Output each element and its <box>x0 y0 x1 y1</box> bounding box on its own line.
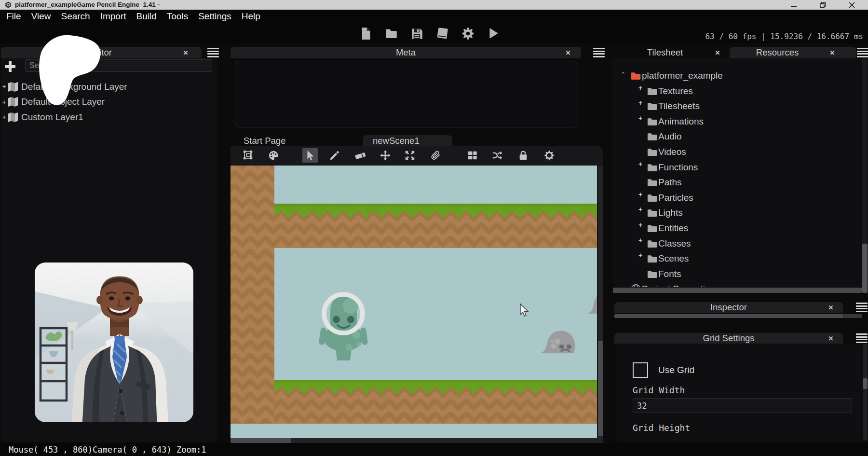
minimize-button[interactable] <box>787 1 800 9</box>
close-button[interactable] <box>845 1 858 9</box>
tool-transform[interactable] <box>402 148 418 163</box>
resources-vertical-scrollbar[interactable] <box>862 58 868 293</box>
tree-row-platformer-example[interactable]: -platformer_example <box>612 68 862 83</box>
grid-settings-vertical-scrollbar-thumb[interactable] <box>863 378 868 389</box>
tool-gear[interactable] <box>542 148 557 163</box>
menu-tools[interactable]: Tools <box>167 10 188 23</box>
tab-tilesheet-close-icon[interactable]: ✕ <box>710 49 725 56</box>
tool-palette[interactable] <box>266 148 281 163</box>
canvas-vertical-scrollbar[interactable] <box>598 166 603 438</box>
use-grid-checkbox[interactable] <box>633 362 648 378</box>
tree-label: Audio <box>658 131 682 142</box>
play-button[interactable] <box>486 26 501 41</box>
tab-tilesheet[interactable]: Tilesheet ✕ <box>620 47 729 58</box>
inspector-scrollbar[interactable] <box>614 314 862 318</box>
menu-build[interactable]: Build <box>136 10 157 23</box>
layer-row-default-background-layer[interactable]: +Default Background Layer <box>1 79 213 94</box>
tree-row-project-properties[interactable]: Project Properties <box>612 281 862 287</box>
scene-editor-menu-icon[interactable] <box>207 48 219 57</box>
resources-vertical-scrollbar-thumb[interactable] <box>862 244 868 293</box>
canvas-vertical-scrollbar-thumb[interactable] <box>598 341 603 436</box>
settings-button[interactable] <box>460 26 475 41</box>
tool-eraser[interactable] <box>353 148 368 163</box>
menu-settings[interactable]: Settings <box>198 10 231 23</box>
grid-settings-close-icon[interactable]: ✕ <box>826 333 836 344</box>
tool-shuffle[interactable] <box>489 148 505 163</box>
resources-panel-menu-icon[interactable] <box>857 48 868 57</box>
menu-view[interactable]: View <box>31 10 51 23</box>
inspector-scrollbar-thumb[interactable] <box>843 314 862 318</box>
tab-new-scene1[interactable]: newScene1 <box>363 135 452 146</box>
layer-expand-icon[interactable]: + <box>1 83 7 90</box>
tree-expand-icon[interactable]: - <box>622 69 624 76</box>
menu-import[interactable]: Import <box>100 10 126 23</box>
tool-attach[interactable] <box>428 148 443 163</box>
tree-expand-icon[interactable]: + <box>638 206 642 213</box>
restore-button[interactable] <box>816 1 829 9</box>
meta-panel-header[interactable]: Meta ✕ <box>231 47 581 58</box>
tree-expand-icon[interactable]: + <box>638 251 642 259</box>
resources-horizontal-scrollbar[interactable] <box>613 288 862 293</box>
tab-start-page-label: Start Page <box>244 136 285 146</box>
tree-expand-icon[interactable]: + <box>638 114 642 122</box>
add-layer-button[interactable] <box>3 60 17 73</box>
tree-row-paths[interactable]: Paths <box>612 175 862 190</box>
tree-expand-icon[interactable]: + <box>638 221 642 229</box>
tree-expand-icon[interactable]: + <box>638 236 642 244</box>
menu-search[interactable]: Search <box>61 10 90 23</box>
inspector-close-icon[interactable]: ✕ <box>826 302 836 313</box>
tree-row-textures[interactable]: +Textures <box>612 83 862 99</box>
tree-expand-icon[interactable]: + <box>638 99 642 107</box>
tree-row-classes[interactable]: +Classes <box>612 236 862 251</box>
tree-row-particles[interactable]: +Particles <box>612 190 862 206</box>
tree-row-tilesheets[interactable]: +Tilesheets <box>612 98 862 114</box>
grid-width-input[interactable] <box>633 398 852 413</box>
tree-expand-icon[interactable]: + <box>638 191 642 198</box>
move-icon <box>380 150 391 161</box>
menu-file[interactable]: File <box>6 10 21 23</box>
layer-expand-icon[interactable]: + <box>1 98 7 106</box>
tree-row-animations[interactable]: +Animations <box>612 114 862 129</box>
tree-expand-icon[interactable]: + <box>638 160 642 168</box>
tree-row-audio[interactable]: Audio <box>612 129 862 144</box>
grid-settings-menu-icon[interactable] <box>856 333 868 343</box>
close-icon <box>849 2 855 8</box>
grid-settings-panel-header[interactable]: Grid Settings ✕ <box>614 333 843 344</box>
scene-editor-close-icon[interactable]: ✕ <box>180 47 191 58</box>
play-icon <box>487 27 500 40</box>
tool-pencil[interactable] <box>327 148 342 163</box>
tool-tiles[interactable] <box>465 148 480 163</box>
tree-row-entities[interactable]: +Entities <box>612 221 862 236</box>
tree-row-videos[interactable]: Videos <box>612 144 862 160</box>
canvas-horizontal-scrollbar-thumb[interactable] <box>231 438 291 443</box>
tab-resources[interactable]: Resources ✕ <box>730 47 856 58</box>
tool-lock[interactable] <box>515 148 531 163</box>
save-button[interactable] <box>409 26 424 41</box>
layer-row-custom-layer1[interactable]: +Custom Layer1 <box>1 110 213 124</box>
tree-row-functions[interactable]: +Functions <box>612 160 862 175</box>
layer-expand-icon[interactable]: + <box>1 113 7 121</box>
tree-label: Particles <box>658 193 693 203</box>
tab-resources-close-icon[interactable]: ✕ <box>825 49 840 56</box>
layer-row-default-object-layer[interactable]: +Default Object Layer <box>1 95 213 110</box>
manual-button[interactable] <box>434 26 450 41</box>
tree-expand-icon[interactable]: + <box>638 84 642 92</box>
inspector-panel-header[interactable]: Inspector ✕ <box>614 302 843 313</box>
scene-canvas[interactable] <box>231 166 597 438</box>
inspector-menu-icon[interactable] <box>856 303 868 312</box>
grid-settings-vertical-scrollbar[interactable] <box>863 344 868 441</box>
tree-row-fonts[interactable]: Fonts <box>612 266 862 282</box>
tree-row-lights[interactable]: +Lights <box>612 205 862 221</box>
tool-select-box[interactable] <box>241 148 256 163</box>
meta-panel-menu-icon[interactable] <box>593 48 605 57</box>
menu-help[interactable]: Help <box>242 10 260 23</box>
tree-row-scenes[interactable]: +Scenes <box>612 251 862 266</box>
tab-start-page[interactable]: Start Page <box>231 135 358 146</box>
meta-panel-close-icon[interactable]: ✕ <box>563 47 573 58</box>
canvas-horizontal-scrollbar[interactable] <box>231 438 603 443</box>
new-file-button[interactable] <box>358 26 373 41</box>
meta-panel-title: Meta <box>231 47 581 58</box>
tool-pointer[interactable] <box>302 148 318 163</box>
tool-move[interactable] <box>378 148 393 163</box>
open-folder-button[interactable] <box>383 26 399 41</box>
